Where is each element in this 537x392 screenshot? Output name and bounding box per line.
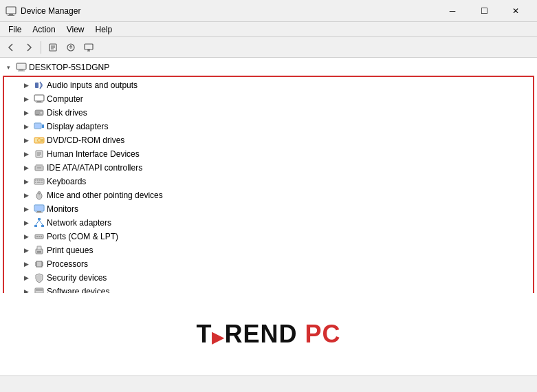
network-label: Network adapters [47,218,111,228]
tree-item-ide[interactable]: ▶ IDE ATA/ATAPI controllers [4,161,533,175]
audio-label: Audio inputs and outputs [47,80,138,90]
svg-point-60 [41,236,42,237]
network-icon [34,217,45,228]
tree-item-security[interactable]: ▶ Security devices [4,271,533,285]
ide-label: IDE ATA/ATAPI controllers [47,163,142,173]
tree-item-print[interactable]: ▶ Print queues [4,243,533,257]
tree-item-audio[interactable]: ▶ Audio inputs and outputs [4,78,533,92]
processors-expand-icon[interactable]: ▶ [21,259,32,270]
watermark-t: T [196,320,212,348]
tree-item-network[interactable]: ▶ Network adapters [4,216,533,230]
hid-expand-icon[interactable]: ▶ [21,149,32,160]
disk-expand-icon[interactable]: ▶ [21,107,32,118]
watermark-rend: REND [224,320,305,348]
svg-line-56 [39,220,43,225]
tree-item-ports[interactable]: ▶ Ports (COM & LPT) [4,230,533,243]
security-label: Security devices [47,273,107,283]
computer-device-icon [34,94,45,105]
keyboard-expand-icon[interactable]: ▶ [21,176,32,187]
title-bar: Device Manager ─ ☐ ✕ [0,0,537,22]
tree-item-keyboard[interactable]: ▶ [4,175,533,188]
ports-label: Ports (COM & LPT) [47,232,118,241]
close-button[interactable]: ✕ [500,0,531,22]
security-expand-icon[interactable]: ▶ [21,272,32,283]
display-adapter-icon [34,121,45,132]
menu-file[interactable]: File [3,23,27,36]
print-icon [34,245,45,256]
print-label: Print queues [47,246,93,255]
svg-point-59 [39,236,40,237]
tree-item-disk[interactable]: ▶ Disk drives [4,106,533,120]
svg-rect-62 [37,246,41,250]
ide-expand-icon[interactable]: ▶ [21,162,32,173]
ports-expand-icon[interactable]: ▶ [21,231,32,242]
svg-rect-63 [37,251,41,252]
keyboard-icon [34,176,45,187]
watermark-pc: PC [305,320,341,348]
menu-bar: File Action View Help [0,22,537,37]
audio-icon [34,80,45,91]
monitors-expand-icon[interactable]: ▶ [21,204,32,215]
svg-line-55 [36,220,39,225]
svg-rect-42 [35,182,36,183]
security-icon [34,272,45,283]
dvd-expand-icon[interactable]: ▶ [21,135,32,146]
dvd-label: DVD/CD-ROM drives [47,135,124,145]
tree-item-hid[interactable]: ▶ Human Interface Devices [4,147,533,161]
svg-rect-29 [41,139,43,142]
svg-rect-19 [37,101,41,102]
svg-rect-43 [37,182,41,183]
tree-item-computer[interactable]: ▶ Computer [4,92,533,106]
menu-action[interactable]: Action [27,23,61,36]
update-driver-button[interactable] [63,39,79,56]
tree-item-display[interactable]: ▶ Display adapters [4,120,533,133]
svg-rect-54 [41,225,44,227]
mice-icon [34,190,45,201]
back-button[interactable] [3,39,19,56]
tree-item-mice[interactable]: ▶ Mice and other pointing devices [4,188,533,202]
display-expand-icon[interactable]: ▶ [21,121,32,132]
processor-icon [34,259,45,270]
monitor-icon [34,204,45,215]
tree-item-monitors[interactable]: ▶ Monitors [4,202,533,216]
svg-rect-49 [35,206,43,210]
svg-rect-44 [41,182,43,183]
maximize-button[interactable]: ☐ [468,0,500,22]
window-body: ▾ DESKTOP-5S1DGNP ▶ [0,58,537,375]
print-expand-icon[interactable]: ▶ [21,245,32,256]
mice-expand-icon[interactable]: ▶ [21,190,32,201]
network-expand-icon[interactable]: ▶ [21,217,32,228]
minimize-button[interactable]: ─ [437,0,468,22]
tree-view[interactable]: ▾ DESKTOP-5S1DGNP ▶ [0,58,537,293]
svg-rect-15 [18,71,25,72]
tree-item-dvd[interactable]: ▶ DVD/CD-ROM drives [4,133,533,147]
tree-root-item[interactable]: ▾ DESKTOP-5S1DGNP [0,61,537,74]
svg-rect-41 [41,179,43,181]
svg-rect-20 [36,102,43,103]
svg-rect-35 [36,164,43,166]
ide-icon [34,162,45,173]
software-expand-icon[interactable]: ▶ [21,286,32,293]
window-title: Device Manager [21,6,437,16]
root-label: DESKTOP-5S1DGNP [29,63,109,72]
tree-item-processors[interactable]: ▶ [4,257,533,271]
tree-item-software[interactable]: ▶ Software devices [4,285,533,293]
svg-rect-64 [37,252,41,253]
svg-rect-16 [35,83,39,88]
svg-rect-52 [38,218,41,220]
svg-point-47 [38,192,41,194]
menu-help[interactable]: Help [90,23,118,36]
show-properties-button[interactable] [45,39,61,56]
svg-rect-2 [8,15,14,16]
forward-button[interactable] [21,39,37,56]
svg-rect-40 [39,179,41,181]
svg-rect-50 [37,211,41,213]
computer-device-label: Computer [47,94,83,104]
menu-view[interactable]: View [61,23,90,36]
display-button[interactable] [80,39,97,56]
computer-expand-icon[interactable]: ▶ [21,94,32,105]
device-list: ▶ Audio inputs and outputs [3,76,534,293]
audio-expand-icon[interactable]: ▶ [21,80,32,91]
root-expand-icon[interactable]: ▾ [3,62,14,73]
display-label: Display adapters [47,122,108,131]
